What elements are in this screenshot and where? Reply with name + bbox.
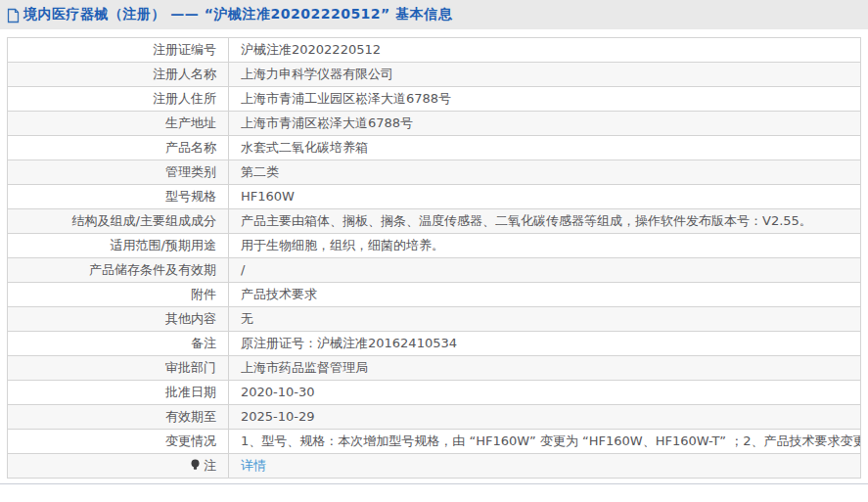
table-row: 结构及组成/主要组成成分产品主要由箱体、搁板、搁条、温度传感器、二氧化碳传感器等…: [8, 209, 861, 234]
table-row: 生产地址上海市青浦区崧泽大道6788号: [8, 112, 861, 136]
row-label: 附件: [8, 283, 229, 307]
row-label-text: 注册人住所: [153, 91, 216, 106]
row-label: 审批部门: [8, 356, 229, 381]
row-label: 管理类别: [8, 160, 229, 185]
row-value: 上海市青浦区崧泽大道6788号: [229, 112, 861, 136]
row-label: 备注: [8, 332, 229, 356]
row-value-text: 产品主要由箱体、搁板、搁条、温度传感器、二氧化碳传感器等组成，操作软件发布版本号…: [241, 213, 812, 228]
row-value-text: 原注册证号：沪械注准20162410534: [241, 336, 457, 350]
row-value: HF160W: [229, 185, 861, 209]
table-row: 变更情况1、型号、规格：本次增加型号规格，由 “HF160W” 变更为 “HF1…: [8, 430, 861, 454]
document-icon: [7, 8, 20, 23]
table-row: 审批部门上海市药品监督管理局: [8, 356, 861, 381]
row-value-text: 上海力申科学仪器有限公司: [241, 67, 393, 81]
table-row: 有效期至2025-10-29: [8, 405, 861, 430]
row-label-text: 结构及组成/主要组成成分: [72, 213, 216, 228]
row-label-text: 有效期至: [165, 409, 216, 424]
row-label-text: 变更情况: [165, 434, 216, 448]
row-label: 变更情况: [8, 430, 229, 454]
row-label-text: 型号规格: [165, 189, 216, 204]
row-value: 产品主要由箱体、搁板、搁条、温度传感器、二氧化碳传感器等组成，操作软件发布版本号…: [229, 209, 861, 234]
row-label-text: 生产地址: [165, 115, 216, 130]
table-row: 注册人名称上海力申科学仪器有限公司: [8, 63, 861, 87]
row-label-text: 备注: [191, 336, 216, 350]
row-label-text: 注册证编号: [153, 42, 216, 57]
table-row: 注详情: [8, 454, 861, 479]
page-title: 境内医疗器械（注册） —— “沪械注准20202220512” 基本信息: [23, 6, 452, 23]
row-label-text: 附件: [191, 287, 216, 301]
row-label: 产品名称: [8, 136, 229, 160]
row-label: 产品储存条件及有效期: [8, 258, 229, 283]
table-row: 注册证编号沪械注准20202220512: [8, 38, 861, 63]
row-value: 产品技术要求: [229, 283, 861, 307]
row-value: 无: [229, 307, 861, 332]
row-value: 水套式二氧化碳培养箱: [229, 136, 861, 160]
row-value-text: 2025-10-29: [241, 409, 315, 424]
row-value-text: 上海市青浦工业园区崧泽大道6788号: [241, 91, 451, 106]
bottom-divider: [0, 483, 868, 484]
table-row: 附件产品技术要求: [8, 283, 861, 307]
table-row: 管理类别第二类: [8, 160, 861, 185]
row-label: 结构及组成/主要组成成分: [8, 209, 229, 234]
table-row: 型号规格HF160W: [8, 185, 861, 209]
row-label: 其他内容: [8, 307, 229, 332]
details-link[interactable]: 详情: [241, 458, 266, 473]
row-value: 沪械注准20202220512: [229, 38, 861, 63]
table-row: 适用范围/预期用途用于生物细胞，组织，细菌的培养。: [8, 234, 861, 258]
row-value-text: 2020-10-30: [241, 385, 315, 399]
row-label-text: 适用范围/预期用途: [111, 238, 216, 252]
table-row: 产品储存条件及有效期/: [8, 258, 861, 283]
row-label: 注: [8, 454, 229, 479]
row-value-text: 用于生物细胞，组织，细菌的培养。: [241, 238, 444, 252]
table-row: 备注原注册证号：沪械注准20162410534: [8, 332, 861, 356]
row-value-text: 水套式二氧化碳培养箱: [241, 140, 368, 155]
row-value: 详情: [229, 454, 861, 479]
row-label: 生产地址: [8, 112, 229, 136]
row-label-text: 注: [204, 458, 216, 473]
row-value: 上海市药品监督管理局: [229, 356, 861, 381]
row-value: 上海力申科学仪器有限公司: [229, 63, 861, 87]
registration-info-table: 注册证编号沪械注准20202220512注册人名称上海力申科学仪器有限公司注册人…: [7, 37, 861, 479]
row-value: 用于生物细胞，组织，细菌的培养。: [229, 234, 861, 258]
row-value: 2020-10-30: [229, 381, 861, 405]
row-value: 1、型号、规格：本次增加型号规格，由 “HF160W” 变更为 “HF160W、…: [229, 430, 861, 454]
row-value: 原注册证号：沪械注准20162410534: [229, 332, 861, 356]
info-table: 注册证编号沪械注准20202220512注册人名称上海力申科学仪器有限公司注册人…: [7, 37, 861, 479]
row-label: 注册证编号: [8, 38, 229, 63]
row-label-text: 注册人名称: [153, 67, 216, 81]
row-label: 注册人名称: [8, 63, 229, 87]
table-row: 产品名称水套式二氧化碳培养箱: [8, 136, 861, 160]
row-value-text: 第二类: [241, 164, 279, 179]
row-label-text: 管理类别: [165, 164, 216, 179]
row-value-text: 无: [241, 311, 253, 326]
row-label-text: 产品储存条件及有效期: [89, 262, 216, 277]
row-label: 批准日期: [8, 381, 229, 405]
row-label: 注册人住所: [8, 87, 229, 112]
bulb-icon: [190, 459, 201, 471]
row-value-text: 上海市青浦区崧泽大道6788号: [241, 115, 413, 130]
row-label-text: 其他内容: [165, 311, 216, 326]
row-value: 第二类: [229, 160, 861, 185]
row-value: /: [229, 258, 861, 283]
row-value-text: 上海市药品监督管理局: [241, 360, 368, 375]
row-label: 型号规格: [8, 185, 229, 209]
table-row: 其他内容无: [8, 307, 861, 332]
row-value-text: 沪械注准20202220512: [241, 42, 381, 57]
row-value-text: HF160W: [241, 189, 295, 204]
row-label: 有效期至: [8, 405, 229, 430]
row-label-text: 产品名称: [165, 140, 216, 155]
row-value: 上海市青浦工业园区崧泽大道6788号: [229, 87, 861, 112]
table-row: 批准日期2020-10-30: [8, 381, 861, 405]
row-label-text: 审批部门: [165, 360, 216, 375]
row-value-text: /: [241, 262, 245, 277]
table-row: 注册人住所上海市青浦工业园区崧泽大道6788号: [8, 87, 861, 112]
row-label-text: 批准日期: [165, 385, 216, 399]
row-value-text: 1、型号、规格：本次增加型号规格，由 “HF160W” 变更为 “HF160W、…: [241, 434, 861, 448]
row-value-text: 产品技术要求: [241, 287, 317, 301]
row-label: 适用范围/预期用途: [8, 234, 229, 258]
page-header: 境内医疗器械（注册） —— “沪械注准20202220512” 基本信息: [0, 0, 868, 29]
row-value: 2025-10-29: [229, 405, 861, 430]
